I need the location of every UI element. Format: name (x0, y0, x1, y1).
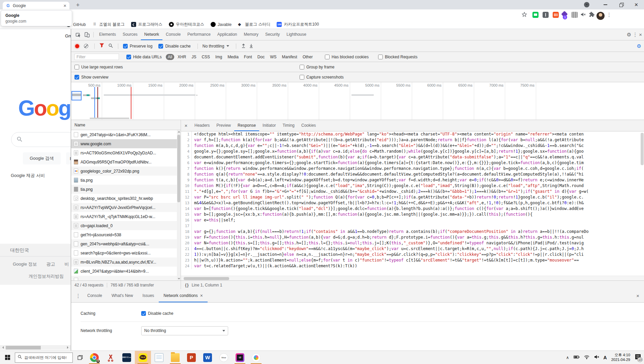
scrollbar-thumb[interactable] (184, 277, 229, 280)
bookmark-star-icon[interactable] (522, 12, 527, 18)
request-row[interactable]: cb=gapi.loaded_0 (71, 221, 181, 230)
window-close-button[interactable] (628, 0, 644, 9)
taskbar-search-box[interactable] (15, 353, 73, 363)
code-vertical-scrollbar[interactable] (640, 131, 644, 276)
extension-icon-orange[interactable] (553, 12, 559, 18)
inspect-element-icon[interactable] (74, 31, 83, 39)
device-toolbar-icon[interactable] (83, 31, 91, 39)
bookmark-kakao-project-100[interactable]: 카카오프로젝트100 (277, 22, 319, 27)
bookmark-joel-blog[interactable]: 조엘의 블로그 (92, 22, 124, 27)
footer-link[interactable]: Google 정보 (13, 261, 37, 267)
bookmark-woowa[interactable]: 우아한테크코스 (169, 22, 204, 27)
clear-network-log-icon[interactable] (84, 44, 88, 48)
request-type-filter[interactable]: XHR (176, 54, 188, 60)
extensions-puzzle-icon[interactable] (589, 12, 594, 18)
tab-close-icon[interactable] (63, 3, 66, 8)
checkbox-checked-icon[interactable] (141, 311, 146, 316)
gmail-link[interactable]: Gma (65, 33, 71, 38)
devtools-tab[interactable]: Memory (241, 29, 262, 40)
taskbar-app-intellij[interactable] (232, 351, 248, 364)
taskbar-app-dev-cpp[interactable]: DEV C++ (119, 351, 135, 364)
taskbar-clock[interactable]: 오후 4:10 2021-04-29 (611, 353, 630, 362)
footer-link[interactable]: 개인정보처리방침 (29, 273, 64, 279)
devtools-tab[interactable]: Console (162, 29, 184, 40)
feeling-lucky-button[interactable]: I' (66, 152, 71, 164)
hide-data-urls-checkbox[interactable]: Hide data URLs (126, 55, 162, 59)
devtools-tab[interactable]: Application (214, 29, 241, 40)
scroll-right-icon[interactable] (67, 346, 70, 349)
devtools-tab[interactable]: Elements (96, 29, 119, 40)
window-restore-button[interactable] (613, 0, 628, 9)
has-blocked-cookies-checkbox[interactable]: Has blocked cookies (325, 55, 369, 59)
start-button[interactable] (0, 351, 15, 364)
request-type-filter[interactable]: WS (268, 54, 278, 60)
detail-tab[interactable]: Response (234, 120, 259, 131)
tray-chevron-icon[interactable] (566, 355, 569, 360)
preserve-log-checkbox[interactable]: Preserve log (123, 44, 152, 49)
detail-tab[interactable]: Initiator (259, 120, 279, 131)
window-minimize-button[interactable] (597, 0, 613, 9)
use-large-rows-checkbox[interactable]: Use large request rows (74, 65, 123, 69)
close-detail-icon[interactable] (181, 123, 191, 128)
page-horizontal-scrollbar[interactable] (0, 345, 71, 350)
drawer-tab[interactable]: Issues (138, 289, 159, 302)
volume-muted-icon[interactable] (594, 354, 599, 361)
request-row[interactable]: ADGmqu95R5QdTmaOP0fpdfUdNibv... (71, 157, 181, 166)
checkbox-unchecked-icon[interactable] (300, 65, 304, 69)
taskbar-app-chrome[interactable] (86, 351, 102, 364)
recording-indicator-icon[interactable] (584, 2, 589, 7)
request-row[interactable]: tia.png (71, 185, 181, 194)
taskbar-app-word[interactable]: W (200, 351, 216, 364)
google-search-box[interactable] (11, 132, 71, 147)
drawer-tab-close-icon[interactable] (200, 293, 203, 298)
response-code-viewer[interactable]: 1 <!doctype html><html itemscope="" item… (181, 131, 644, 276)
import-har-icon[interactable] (241, 43, 246, 49)
devtools-tab[interactable]: Network (141, 29, 162, 40)
request-type-filter[interactable]: Media (225, 54, 241, 60)
devtools-close-icon[interactable] (639, 32, 642, 37)
checkbox-checked-icon[interactable] (123, 44, 128, 49)
taskbar-app-kakaotalk[interactable] (135, 351, 151, 364)
browser-tab[interactable]: Google (3, 2, 69, 9)
checkbox-checked-icon[interactable] (74, 75, 79, 80)
scrollbar-thumb[interactable] (6, 346, 41, 350)
bookmark-javable[interactable]: Javable (211, 22, 232, 27)
checkbox-checked-icon[interactable] (126, 55, 131, 59)
throttling-dropdown[interactable]: No throttling (203, 44, 229, 49)
scroll-down-icon[interactable] (178, 278, 180, 279)
request-row[interactable]: rs=AA2YrTvpWQuV-JxvxlGrPhwVqcjcel... (71, 203, 181, 212)
filter-funnel-icon[interactable] (99, 43, 104, 49)
checkbox-unchecked-icon[interactable] (300, 75, 304, 80)
request-row[interactable]: desktop_searchbox_sprites302_hr.webp (71, 194, 181, 203)
request-row[interactable]: search?q&cp=0&client=gws-wiz&xssi... (71, 248, 181, 257)
request-row[interactable]: googlelogo_color_272x92dp.png (71, 166, 181, 176)
request-type-filter[interactable]: JS (189, 54, 198, 60)
format-code-icon[interactable] (185, 283, 188, 287)
devtools-tab[interactable]: Security (262, 29, 283, 40)
devtools-settings-icon[interactable] (627, 32, 631, 38)
request-row[interactable]: get?rt=j&sourceid=538 (71, 230, 181, 239)
google-search-button[interactable]: Google 검색 (23, 152, 61, 164)
notification-center-icon[interactable]: 13 (635, 354, 641, 361)
ime-indicator[interactable]: A (604, 355, 607, 360)
taskbar-app-powerpoint[interactable]: P (183, 351, 200, 364)
request-type-filter[interactable]: Other (301, 54, 315, 60)
request-row[interactable]: client_204?&atyp=i&biw=414&bih=9... (71, 267, 181, 276)
request-type-filter[interactable]: Img (213, 54, 224, 60)
footer-link[interactable]: 비 (65, 261, 69, 267)
checkbox-checked-icon[interactable] (158, 44, 163, 49)
network-overview-timeline[interactable]: 500 ms1000 ms1500 ms2000 ms2500 ms3000 m… (71, 82, 644, 120)
disable-cache-checkbox[interactable]: Disable cache (158, 44, 190, 49)
request-type-filter[interactable]: Font (242, 54, 254, 60)
taskbar-app-wear[interactable]: Wear (216, 351, 232, 364)
request-list-scrollbar[interactable] (177, 130, 181, 280)
scroll-left-icon[interactable] (1, 346, 4, 349)
task-view-icon[interactable] (74, 351, 86, 364)
record-network-log-icon[interactable] (75, 44, 79, 48)
request-type-filter[interactable]: CSS (200, 54, 212, 60)
drawer-tab[interactable]: Console (83, 289, 107, 302)
taskbar-search-input[interactable] (24, 356, 66, 360)
drawer-close-icon[interactable] (636, 293, 644, 299)
throttling-select[interactable]: No throttling (141, 326, 228, 335)
network-settings-gear-icon[interactable] (637, 43, 644, 49)
